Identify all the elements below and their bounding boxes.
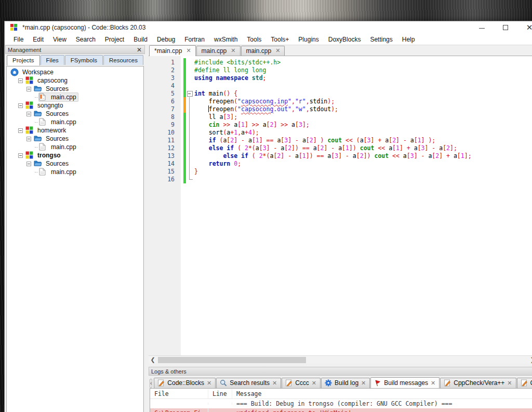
- tree-item-capsocong[interactable]: capsocong: [7, 76, 143, 85]
- code-token: [: [364, 137, 367, 144]
- fold-margin: [186, 129, 194, 137]
- logs-caption[interactable]: Logs & others: [149, 367, 532, 376]
- tab-close-icon[interactable]: ✕: [231, 48, 235, 54]
- management-title: Management: [8, 47, 41, 53]
- line-number: 6: [149, 98, 181, 105]
- tree-item-main-cpp[interactable]: main.cpp: [7, 93, 143, 101]
- code-token: 2: [259, 152, 263, 160]
- tree-item-homework[interactable]: homework: [7, 126, 143, 135]
- tree-expander-icon[interactable]: [18, 153, 23, 158]
- tree-item-sources[interactable]: Sources: [7, 135, 143, 143]
- log-tab-cppcheck-vera-i[interactable]: CppCheck/Vera++ i✕: [517, 378, 532, 388]
- tree-item-trongso[interactable]: trongso: [7, 151, 143, 160]
- title-bar[interactable]: *main.cpp (capsocong) - Code::Blocks 20.…: [5, 21, 532, 34]
- scroll-left-icon[interactable]: ❮: [149, 356, 157, 364]
- log-tab-cccc[interactable]: Cccc✕: [282, 378, 321, 388]
- tree-item-songngto[interactable]: songngto: [7, 101, 143, 110]
- code-token: freopen: [194, 105, 234, 113]
- tab-close-icon[interactable]: ✕: [186, 48, 191, 54]
- tree-item-sources[interactable]: Sources: [7, 160, 143, 168]
- menu-item-debug[interactable]: Debug: [152, 35, 180, 44]
- log-tab-cppcheck-vera-[interactable]: CppCheck/Vera++✕: [440, 378, 516, 388]
- menu-item-tools-plus[interactable]: Tools+: [266, 35, 294, 44]
- tree-expander-icon[interactable]: [26, 87, 31, 91]
- tab-close-icon[interactable]: ✕: [361, 380, 366, 386]
- log-tab-search-results[interactable]: Search results✕: [216, 378, 281, 388]
- code-token: (: [234, 144, 245, 152]
- pencil-page-icon: [521, 379, 528, 387]
- menu-item-project[interactable]: Project: [100, 35, 129, 44]
- gear-icon: [325, 379, 332, 387]
- tree-item-main-cpp[interactable]: main.cpp: [7, 143, 143, 151]
- menu-item-tools[interactable]: Tools: [242, 35, 266, 44]
- menu-item-build[interactable]: Build: [129, 35, 152, 44]
- management-close-icon[interactable]: ✕: [137, 46, 142, 54]
- tree-item-sources[interactable]: Sources: [7, 85, 143, 93]
- menu-item-doxyblocks[interactable]: DoxyBlocks: [324, 35, 366, 44]
- menu-item-help[interactable]: Help: [397, 35, 420, 44]
- menu-item-view[interactable]: View: [48, 35, 71, 44]
- menu-item-file[interactable]: File: [9, 35, 28, 44]
- code-text: sort(a+1,a+4);: [194, 129, 259, 136]
- maximize-button[interactable]: [497, 21, 514, 34]
- log-tab-build-messages[interactable]: Build messages✕: [370, 377, 440, 389]
- tree-item-workspace[interactable]: Workspace: [7, 68, 143, 76]
- code-text: if (a[2] - a[1] == a[3] - a[2] ) cout <<…: [194, 137, 435, 144]
- code-token: [194, 160, 209, 167]
- tab-close-icon[interactable]: ✕: [312, 380, 316, 386]
- logs-panel: Logs & others ‹ Code::Blocks✕Search resu…: [149, 367, 532, 412]
- tree-expander-icon[interactable]: [26, 162, 31, 166]
- fold-collapse-icon[interactable]: [186, 89, 194, 97]
- tree-item-main-cpp[interactable]: main.cpp: [7, 168, 143, 176]
- editor-tab-2[interactable]: main.cpp✕: [241, 46, 285, 56]
- code-token: ] );: [421, 137, 436, 144]
- log-tab-label: Search results: [230, 379, 270, 387]
- management-caption[interactable]: Management ✕: [5, 45, 145, 54]
- tree-item-sources[interactable]: Sources: [7, 110, 143, 118]
- log-tab-label: Build messages: [384, 379, 428, 387]
- log-cell-message: === Build: Debug in trongso (compiler: G…: [232, 399, 532, 408]
- tree-expander-icon[interactable]: [18, 78, 23, 83]
- menu-item-settings[interactable]: Settings: [365, 35, 397, 44]
- tab-close-icon[interactable]: ✕: [272, 380, 277, 386]
- management-tab-files[interactable]: Files: [41, 55, 64, 65]
- menu-item-plugins[interactable]: Plugins: [294, 35, 323, 44]
- tab-close-icon[interactable]: ✕: [431, 380, 435, 386]
- code-token: ,: [291, 105, 295, 113]
- log-tab-build-log[interactable]: Build log✕: [321, 378, 370, 388]
- tree-expander-icon[interactable]: [26, 137, 31, 141]
- tree-expander-icon[interactable]: [18, 103, 23, 108]
- tree-connector: [35, 97, 38, 98]
- magnifier-icon: [220, 379, 227, 387]
- tab-close-icon[interactable]: ✕: [507, 380, 512, 386]
- scrollbar-thumb[interactable]: [158, 357, 306, 363]
- menu-item-fortran[interactable]: Fortran: [180, 35, 209, 44]
- tab-close-icon[interactable]: ✕: [275, 48, 280, 54]
- code-token: "w": [295, 105, 306, 113]
- management-tab-resources[interactable]: Resources: [103, 55, 143, 65]
- log-tabs-scroll-left-button[interactable]: ‹: [150, 379, 152, 388]
- menu-item-edit[interactable]: Edit: [28, 35, 48, 44]
- tab-close-icon[interactable]: ✕: [207, 380, 211, 386]
- code-editor[interactable]: 1#include <bits/stdc++.h>2#define ll lon…: [149, 56, 532, 355]
- menu-item-wxsmith[interactable]: wxSmith: [209, 35, 242, 44]
- management-tab-fsymbols[interactable]: FSymbols: [65, 55, 103, 65]
- line-number: 12: [149, 144, 181, 152]
- code-token: ] >>: [245, 121, 263, 128]
- minimize-button[interactable]: [473, 21, 490, 34]
- management-tab-projects[interactable]: Projects: [7, 55, 40, 65]
- tree-item-main-cpp[interactable]: main.cpp: [7, 118, 143, 126]
- editor-horizontal-scrollbar[interactable]: ❮ ❯: [149, 355, 532, 364]
- fold-margin: [186, 113, 194, 121]
- menu-item-search[interactable]: Search: [71, 35, 100, 44]
- tree-expander-icon[interactable]: [18, 128, 23, 133]
- log-tab-code-blocks[interactable]: Code::Blocks✕: [154, 378, 216, 388]
- editor-tab-1[interactable]: main.cpp✕: [196, 46, 241, 56]
- tree-expander-icon[interactable]: [26, 112, 31, 116]
- log-row[interactable]: === Build: Debug in trongso (compiler: G…: [150, 399, 532, 408]
- log-tab-label: CppCheck/Vera++: [454, 379, 504, 387]
- close-button[interactable]: ✕: [521, 21, 532, 34]
- scroll-right-icon[interactable]: ❯: [528, 356, 532, 364]
- editor-tab-0[interactable]: *main.cpp✕: [149, 45, 196, 56]
- log-row[interactable]: C:\Program Fiundefined reference to 'Win…: [150, 408, 532, 412]
